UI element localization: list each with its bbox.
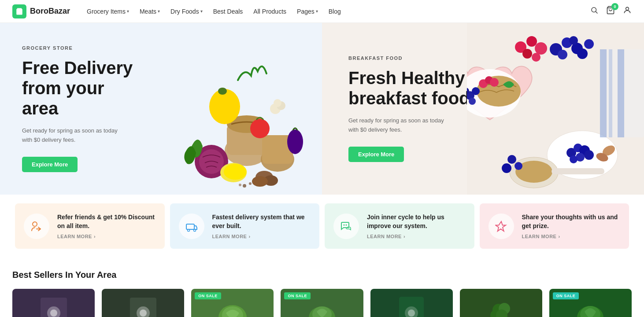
svg-point-46	[526, 36, 537, 47]
nav-item-pages[interactable]: Pages ▾	[292, 5, 322, 18]
svg-point-43	[577, 48, 588, 59]
chat-bubble-icon-wrap	[333, 214, 359, 239]
info-card-prize-learn[interactable]: LEARN MORE ›	[522, 234, 621, 239]
nav-item-dry-foods[interactable]: Dry Foods ▾	[166, 5, 207, 18]
nav-item-best-deals[interactable]: Best Deals	[209, 5, 248, 18]
product-image-5	[370, 289, 453, 317]
svg-point-37	[490, 78, 499, 87]
person-arrow-icon-wrap	[24, 214, 49, 239]
best-sellers-section: Best Sellers In Your Area	[0, 258, 644, 317]
nav-actions: 0	[590, 6, 632, 17]
on-sale-badge-7: ON SALE	[553, 292, 579, 299]
nav-item-all-products[interactable]: All Products	[249, 5, 291, 18]
hero-right: BREAKFAST FOOD Fresh Healthy breakfast f…	[322, 23, 644, 195]
svg-point-4	[626, 7, 629, 10]
svg-point-82	[140, 310, 147, 317]
svg-rect-59	[551, 168, 604, 174]
svg-rect-67	[609, 49, 612, 137]
svg-point-44	[584, 39, 594, 49]
search-button[interactable]	[590, 6, 598, 16]
svg-point-10	[209, 89, 240, 124]
products-grid: ON SALE ON SALE	[12, 289, 632, 317]
svg-point-62	[502, 163, 511, 173]
svg-rect-71	[186, 224, 194, 229]
svg-point-47	[535, 42, 547, 55]
svg-point-61	[514, 162, 522, 170]
info-card-feedback-learn[interactable]: LEARN MORE ›	[367, 234, 466, 239]
info-section: Refer friends & get 10% Discount on all …	[0, 195, 644, 258]
product-card-1[interactable]	[12, 289, 95, 317]
hero-left-image	[145, 23, 322, 195]
user-button[interactable]	[623, 6, 632, 17]
svg-line-2	[596, 11, 597, 13]
brand-name: BoroBazar	[30, 7, 70, 16]
svg-point-73	[193, 229, 196, 231]
cart-button[interactable]: 0	[606, 6, 615, 17]
svg-point-60	[507, 155, 516, 164]
chevron-down-icon: ▾	[316, 9, 318, 14]
product-card-7[interactable]: ON SALE	[549, 289, 632, 317]
hero-right-title: Fresh Healthy breakfast food	[348, 68, 472, 108]
hero-left: GROCERY STORE Free Delivery from your ar…	[0, 23, 322, 195]
svg-point-15	[274, 99, 281, 107]
svg-point-11	[218, 88, 227, 95]
product-card-4[interactable]: ON SALE	[281, 289, 363, 317]
info-card-delivery: Fastest delivery system that we ever bui…	[170, 203, 320, 249]
product-image-2	[102, 289, 184, 317]
info-card-prize-title: Share your thoughts with us and get priz…	[522, 213, 621, 230]
product-card-2[interactable]	[102, 289, 184, 317]
svg-point-24	[243, 184, 246, 188]
logo[interactable]: BoroBazar	[12, 4, 70, 18]
navbar: BoroBazar Grocery Items ▾ Meats ▾ Dry Fo…	[0, 0, 644, 23]
svg-point-89	[408, 310, 415, 317]
svg-point-1	[592, 7, 596, 12]
svg-point-41	[558, 50, 567, 59]
delivery-truck-icon-wrap	[179, 214, 204, 239]
svg-point-25	[249, 182, 252, 185]
info-card-prize: Share your thoughts with us and get priz…	[480, 203, 629, 249]
hero-left-cta[interactable]: Explore More	[22, 157, 78, 172]
info-card-refer-learn[interactable]: LEARN MORE ›	[57, 234, 156, 239]
svg-point-55	[584, 150, 594, 160]
logo-icon	[12, 4, 26, 18]
svg-point-26	[239, 184, 241, 186]
arrow-right-icon: ›	[248, 234, 250, 239]
svg-point-22	[252, 176, 268, 187]
product-image-6	[460, 289, 542, 317]
on-sale-badge-3: ON SALE	[195, 292, 221, 299]
svg-point-23	[287, 129, 303, 154]
arrow-right-icon: ›	[94, 234, 96, 239]
hero-section: GROCERY STORE Free Delivery from your ar…	[0, 23, 644, 195]
best-sellers-title: Best Sellers In Your Area	[12, 270, 632, 280]
svg-point-19	[224, 164, 247, 180]
hero-left-desc: Get ready for spring as soon as today wi…	[22, 126, 128, 145]
hero-left-title: Free Delivery from your area	[22, 58, 145, 118]
svg-point-69	[33, 222, 37, 226]
info-card-feedback: Join inner cycle to help us improve our …	[325, 203, 474, 249]
cart-badge: 0	[611, 3, 618, 10]
nav-item-meats[interactable]: Meats ▾	[135, 5, 164, 18]
svg-point-56	[570, 155, 577, 163]
product-image-1	[12, 289, 95, 317]
nav-item-grocery[interactable]: Grocery Items ▾	[82, 5, 133, 18]
hero-right-desc: Get ready for spring as soon as today wi…	[348, 116, 454, 135]
on-sale-badge-4: ON SALE	[284, 292, 311, 299]
svg-point-12	[250, 119, 270, 138]
product-card-5[interactable]	[370, 289, 453, 317]
product-card-6[interactable]	[460, 289, 542, 317]
chevron-down-icon: ▾	[200, 9, 203, 14]
nav-item-blog[interactable]: Blog	[324, 5, 345, 18]
info-card-feedback-title: Join inner cycle to help us improve our …	[367, 213, 466, 230]
arrow-right-icon: ›	[558, 234, 560, 239]
hero-right-cta[interactable]: Explore More	[348, 147, 404, 162]
info-card-delivery-learn[interactable]: LEARN MORE ›	[212, 234, 311, 239]
svg-point-74	[344, 224, 345, 225]
chevron-down-icon: ▾	[127, 9, 129, 14]
star-icon-wrap	[489, 214, 514, 239]
nav-links: Grocery Items ▾ Meats ▾ Dry Foods ▾ Best…	[82, 5, 590, 18]
arrow-right-icon: ›	[403, 234, 405, 239]
product-card-3[interactable]: ON SALE	[191, 289, 274, 317]
svg-point-33	[469, 98, 476, 105]
info-card-delivery-title: Fastest delivery system that we ever bui…	[212, 213, 311, 230]
svg-point-79	[50, 310, 57, 317]
